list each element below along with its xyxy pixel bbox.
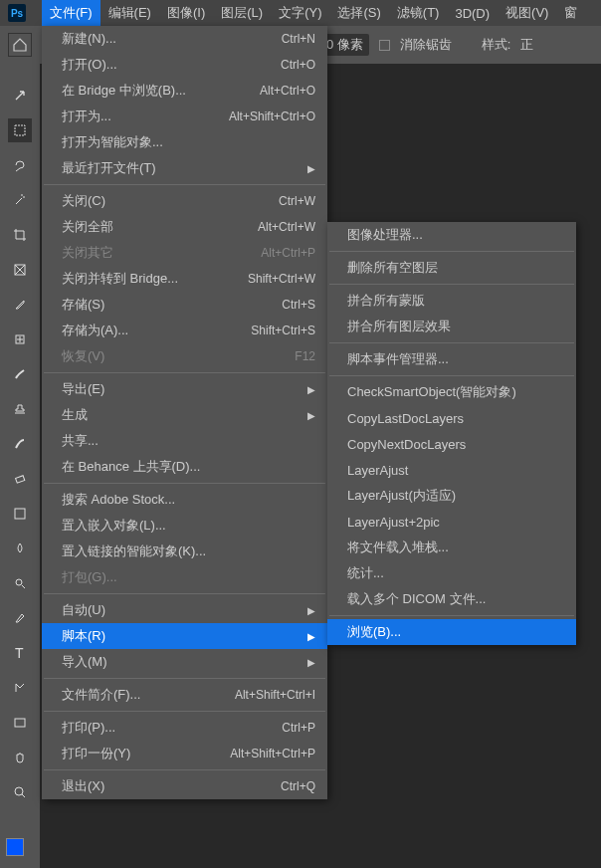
frame-tool[interactable]: [8, 258, 32, 282]
svg-line-10: [22, 585, 25, 588]
menu-item-label: LayerAjust(内适应): [347, 487, 456, 505]
menu-item[interactable]: 关闭并转到 Bridge...Shift+Ctrl+W: [42, 266, 327, 292]
menu-item[interactable]: 打开(O)...Ctrl+O: [42, 52, 327, 78]
menu-item[interactable]: 文件简介(F)...Alt+Shift+Ctrl+I: [42, 682, 327, 708]
menu-item[interactable]: 置入嵌入对象(L)...: [42, 513, 327, 539]
menu-item[interactable]: 打印(P)...Ctrl+P: [42, 715, 327, 741]
menu-item[interactable]: 自动(U)▶: [42, 597, 327, 623]
heal-tool[interactable]: [8, 327, 32, 351]
menu-item-label: 在 Behance 上共享(D)...: [62, 458, 200, 476]
menu-item[interactable]: 删除所有空图层: [327, 255, 576, 281]
menu-item[interactable]: 拼合所有图层效果: [327, 314, 576, 339]
eyedropper-tool[interactable]: [8, 293, 32, 317]
type-tool[interactable]: T: [8, 641, 32, 665]
menu-item[interactable]: CopyNextDocLayers: [327, 431, 576, 457]
menu-item[interactable]: 生成▶: [42, 402, 327, 428]
rect-tool[interactable]: [8, 711, 32, 735]
hand-tool[interactable]: [8, 746, 32, 769]
menu-item[interactable]: 存储(S)Ctrl+S: [42, 292, 327, 318]
menu-item-label: 关闭全部: [62, 218, 113, 236]
pixel-value-field[interactable]: 0 像素: [320, 34, 369, 56]
menu-item[interactable]: 将文件载入堆栈...: [327, 535, 576, 560]
app-icon: Ps: [8, 4, 26, 22]
menu-item[interactable]: 共享...: [42, 428, 327, 454]
pen-tool[interactable]: [8, 606, 32, 630]
menu-item[interactable]: 拼合所有蒙版: [327, 288, 576, 314]
eraser-tool[interactable]: [8, 467, 32, 491]
menu-item[interactable]: 最近打开文件(T)▶: [42, 155, 327, 181]
menu-item[interactable]: 脚本事件管理器...: [327, 346, 576, 372]
menu-item[interactable]: 退出(X)Ctrl+Q: [42, 773, 327, 799]
menu-item[interactable]: 图像(I): [159, 0, 213, 26]
menu-item[interactable]: 新建(N)...Ctrl+N: [42, 26, 327, 52]
menu-item[interactable]: LayerAjust: [327, 457, 576, 483]
menu-item-label: CopyNextDocLayers: [347, 437, 466, 452]
menu-item[interactable]: 3D(D): [447, 2, 498, 25]
home-button[interactable]: [8, 33, 32, 57]
menu-item-label: CopyLastDocLayers: [347, 411, 464, 426]
history-tool[interactable]: [8, 432, 32, 456]
menu-item[interactable]: 载入多个 DICOM 文件...: [327, 586, 576, 612]
menu-item-label: 删除所有空图层: [347, 259, 438, 277]
menu-item[interactable]: 置入链接的智能对象(K)...: [42, 539, 327, 564]
menu-item[interactable]: 图像处理器...: [327, 222, 576, 248]
gradient-tool[interactable]: [8, 502, 32, 526]
zoom-tool[interactable]: [8, 780, 32, 804]
scripts-submenu-dropdown: 图像处理器...删除所有空图层拼合所有蒙版拼合所有图层效果脚本事件管理器...C…: [327, 222, 576, 645]
menu-item[interactable]: 存储为(A)...Shift+Ctrl+S: [42, 318, 327, 343]
menu-item[interactable]: 搜索 Adobe Stock...: [42, 487, 327, 513]
menu-item[interactable]: 窗: [556, 0, 585, 26]
menu-item-label: 恢复(V): [62, 347, 104, 365]
menu-item[interactable]: 在 Behance 上共享(D)...: [42, 454, 327, 480]
menu-item[interactable]: 统计...: [327, 560, 576, 586]
dodge-tool[interactable]: [8, 571, 32, 595]
antialias-checkbox[interactable]: [379, 40, 390, 51]
menu-item[interactable]: 在 Bridge 中浏览(B)...Alt+Ctrl+O: [42, 78, 327, 104]
menu-item[interactable]: LayerAjust+2pic: [327, 509, 576, 535]
menu-item[interactable]: 文件(F): [42, 0, 100, 26]
menu-item[interactable]: 打开为...Alt+Shift+Ctrl+O: [42, 104, 327, 129]
menu-item[interactable]: 图层(L): [213, 0, 271, 26]
menu-item[interactable]: 导出(E)▶: [42, 376, 327, 402]
menu-shortcut: Alt+Ctrl+P: [261, 246, 315, 260]
menu-item[interactable]: 导入(M)▶: [42, 649, 327, 675]
crop-tool[interactable]: [8, 223, 32, 247]
svg-rect-7: [16, 476, 25, 483]
menu-item[interactable]: 编辑(E): [100, 0, 159, 26]
menu-separator: [329, 375, 574, 376]
menu-item-label: 打开(O)...: [62, 56, 117, 74]
style-label: 样式:: [482, 36, 511, 54]
menu-item[interactable]: CheckSmartObject(智能对象): [327, 379, 576, 405]
menu-item[interactable]: 选择(S): [329, 0, 388, 26]
stamp-tool[interactable]: [8, 397, 32, 421]
magic-tool[interactable]: [8, 188, 32, 212]
marquee-tool[interactable]: [8, 118, 32, 142]
move-tool[interactable]: [8, 84, 32, 108]
menu-item[interactable]: 文字(Y): [271, 0, 329, 26]
toolbar: T: [0, 64, 40, 868]
menu-item[interactable]: 打印一份(Y)Alt+Shift+Ctrl+P: [42, 741, 327, 766]
color-swatch[interactable]: [6, 838, 32, 864]
menu-item[interactable]: CopyLastDocLayers: [327, 405, 576, 431]
menu-item[interactable]: 视图(V): [498, 0, 556, 26]
menu-item[interactable]: 关闭(C)Ctrl+W: [42, 188, 327, 214]
menu-separator: [44, 372, 325, 373]
menu-item[interactable]: LayerAjust(内适应): [327, 483, 576, 509]
menu-separator: [44, 769, 325, 770]
blur-tool[interactable]: [8, 537, 32, 560]
lasso-tool[interactable]: [8, 153, 32, 177]
menubar: 文件(F)编辑(E)图像(I)图层(L)文字(Y)选择(S)滤镜(T)3D(D)…: [0, 0, 601, 26]
menu-item-label: LayerAjust: [347, 463, 408, 478]
menu-item[interactable]: 脚本(R)▶: [42, 623, 327, 649]
menu-shortcut: Ctrl+Q: [281, 779, 315, 793]
menu-item-label: 搜索 Adobe Stock...: [62, 491, 175, 509]
menu-item[interactable]: 浏览(B)...: [327, 619, 576, 645]
menu-item[interactable]: 滤镜(T): [389, 0, 448, 26]
path-tool[interactable]: [8, 676, 32, 700]
menu-item[interactable]: 打开为智能对象...: [42, 129, 327, 155]
menu-shortcut: Alt+Shift+Ctrl+I: [235, 688, 315, 702]
brush-tool[interactable]: [8, 362, 32, 386]
menu-item[interactable]: 关闭全部Alt+Ctrl+W: [42, 214, 327, 240]
menu-shortcut: Ctrl+P: [282, 721, 315, 735]
menu-item-label: 生成: [62, 406, 88, 424]
